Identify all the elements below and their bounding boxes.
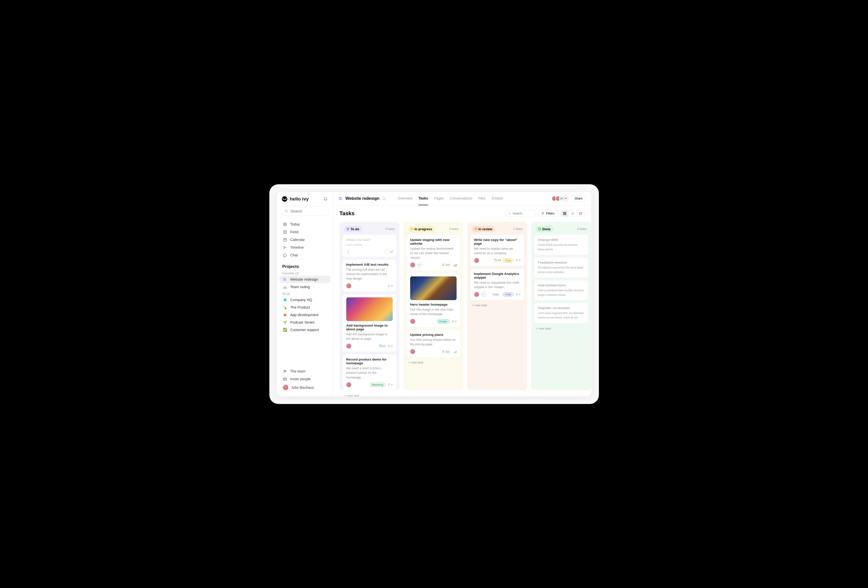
all-label: All (4) xyxy=(277,291,333,296)
topbar: Website redesign OverviewTasksPagesConve… xyxy=(333,192,591,205)
share-button[interactable]: Share xyxy=(571,195,586,202)
invite-icon xyxy=(283,377,287,381)
view-board-icon[interactable] xyxy=(561,210,569,217)
priority-icon[interactable] xyxy=(390,250,393,254)
comment-count: 4 xyxy=(388,383,393,386)
card-description: The pricing A/B tests we ran should be i… xyxy=(346,267,393,281)
tasks-search-input[interactable] xyxy=(512,212,533,215)
comment-count: 4 xyxy=(388,284,393,287)
view-list-icon[interactable] xyxy=(569,210,577,217)
project-app-development[interactable]: App development xyxy=(279,311,330,319)
new-task-input[interactable]: What's the task?Add subtitle xyxy=(342,235,396,257)
task-card[interactable]: Record product demo for homepageWe need … xyxy=(342,354,396,390)
member-avatar: JR xyxy=(563,196,568,201)
favorite-star-icon[interactable] xyxy=(382,196,386,201)
sidebar-invite-people[interactable]: Invite people xyxy=(280,375,329,383)
target-icon xyxy=(283,222,287,226)
task-count: 4 tasks xyxy=(577,227,586,231)
nav-timeline[interactable]: Timeline xyxy=(280,244,329,251)
tag: Code xyxy=(503,292,514,297)
card-description: Add a contact form to the contact page, … xyxy=(538,288,585,297)
project-website-redesign[interactable]: Website redesign xyxy=(279,276,330,283)
priority-icon xyxy=(453,350,456,353)
tab-pages[interactable]: Pages xyxy=(434,195,444,205)
task-card[interactable]: Feedback sessionFeedback round for the f… xyxy=(534,257,588,278)
sidebar-the-team[interactable]: The team xyxy=(280,368,329,375)
tab-overview[interactable]: Overview xyxy=(398,195,412,205)
svg-point-9 xyxy=(543,213,544,213)
task-card[interactable]: Implement A/B test resultsThe pricing A/… xyxy=(342,259,396,292)
card-title: Hero header homepage xyxy=(410,303,456,306)
column-review: In review2 tasksWrite new copy for "abou… xyxy=(467,222,527,390)
sidebar: hello ivy TodayFeedCalendarTimelineChat … xyxy=(277,192,333,396)
column-todo: To do4 tasksWhat's the task?Add subtitle… xyxy=(340,222,399,390)
assignee-chip: LP xyxy=(481,292,486,297)
comment-count: 4 xyxy=(515,293,521,296)
attach-icon[interactable] xyxy=(384,250,388,254)
brand-logo-icon xyxy=(282,196,287,202)
nav-today[interactable]: Today xyxy=(280,220,329,228)
task-card[interactable]: Implement Google Analytics snippetWe nee… xyxy=(470,269,524,300)
nav-chat[interactable]: Chat xyxy=(280,251,329,259)
tag: Marketing xyxy=(370,383,386,387)
task-card[interactable]: Update pricing plansOur new pricing shou… xyxy=(406,329,461,357)
assignee-icon xyxy=(346,250,350,254)
tab-conversations[interactable]: Conversations xyxy=(450,195,472,205)
task-card[interactable]: Update staging with new websiteUpdate th… xyxy=(406,235,461,271)
user-avatar-icon xyxy=(283,385,288,390)
svg-point-0 xyxy=(285,210,287,212)
timeline-icon xyxy=(283,245,287,250)
card-cover-image xyxy=(346,297,393,321)
member-avatars[interactable]: LPJR xyxy=(551,196,568,201)
project-icon: ✅ xyxy=(283,328,287,332)
sidebar-search[interactable] xyxy=(280,206,329,216)
project-icon xyxy=(283,278,287,281)
view-switcher xyxy=(561,210,585,217)
assignee-avatar-icon xyxy=(474,292,479,297)
project-icon xyxy=(283,313,287,316)
task-count: 2 tasks xyxy=(513,227,523,231)
card-title: Change DNS xyxy=(538,238,585,242)
chat-icon xyxy=(283,253,287,257)
project-podcast-series[interactable]: 🌱Podcast Series xyxy=(279,319,330,326)
add-task-button[interactable]: + new task xyxy=(534,326,588,331)
assignee-avatar-icon xyxy=(346,284,351,288)
tasks-search[interactable] xyxy=(505,210,536,217)
card-title: Write new copy for "about" page xyxy=(474,238,521,245)
notifications-icon[interactable] xyxy=(323,197,328,201)
project-team-outing[interactable]: 🚲Team outing xyxy=(279,283,330,291)
add-task-button[interactable]: + new task xyxy=(406,360,461,365)
tab-tasks[interactable]: Tasks xyxy=(418,195,428,205)
svg-rect-15 xyxy=(579,212,582,214)
tab-files[interactable]: Files xyxy=(478,195,486,205)
tab-embed[interactable]: Embed xyxy=(492,195,503,205)
filters-button[interactable]: Filters xyxy=(538,210,558,217)
current-user[interactable]: Julia Bauhaus xyxy=(280,383,329,392)
task-card[interactable]: Change DNSPoint DNS servers to correct d… xyxy=(534,235,588,255)
card-title: Add background image to about page xyxy=(346,324,393,331)
card-description: Let's also register the .co domain name … xyxy=(538,311,585,320)
tasks-subbar: Tasks Filters xyxy=(333,205,591,219)
nav-feed[interactable]: Feed xyxy=(280,228,329,236)
card-description: We need a short (<1min.) product tutoria… xyxy=(346,366,393,380)
sidebar-search-input[interactable] xyxy=(290,209,325,213)
add-task-button[interactable]: + new task xyxy=(470,303,524,308)
svg-rect-12 xyxy=(565,212,566,213)
view-calendar-icon[interactable] xyxy=(577,210,585,217)
task-card[interactable]: Hero header homepageUse this image in th… xyxy=(406,273,461,327)
add-task-button[interactable]: + new task xyxy=(342,393,396,396)
task-card[interactable]: Write new copy for "about" pageWe need t… xyxy=(470,235,524,266)
task-card[interactable]: Add contact formAdd a contact form to th… xyxy=(534,280,588,300)
project-customer-support[interactable]: ✅Customer support xyxy=(279,326,330,334)
card-cover-image xyxy=(410,276,456,300)
card-title: Add contact form xyxy=(538,284,585,287)
assignee-avatar-icon xyxy=(410,349,415,354)
favorites-label: Favorites (2) xyxy=(277,270,333,276)
project-company-hq[interactable]: Company HQ xyxy=(279,296,330,304)
project-the-product[interactable]: 🍾The Product xyxy=(279,304,330,311)
task-card[interactable]: Add background image to about pageAdd th… xyxy=(342,294,396,352)
nav-calendar[interactable]: Calendar xyxy=(280,236,329,244)
task-card[interactable]: Register .co domainLet's also register t… xyxy=(534,303,588,323)
search-icon xyxy=(508,212,511,215)
svg-point-6 xyxy=(285,371,286,372)
